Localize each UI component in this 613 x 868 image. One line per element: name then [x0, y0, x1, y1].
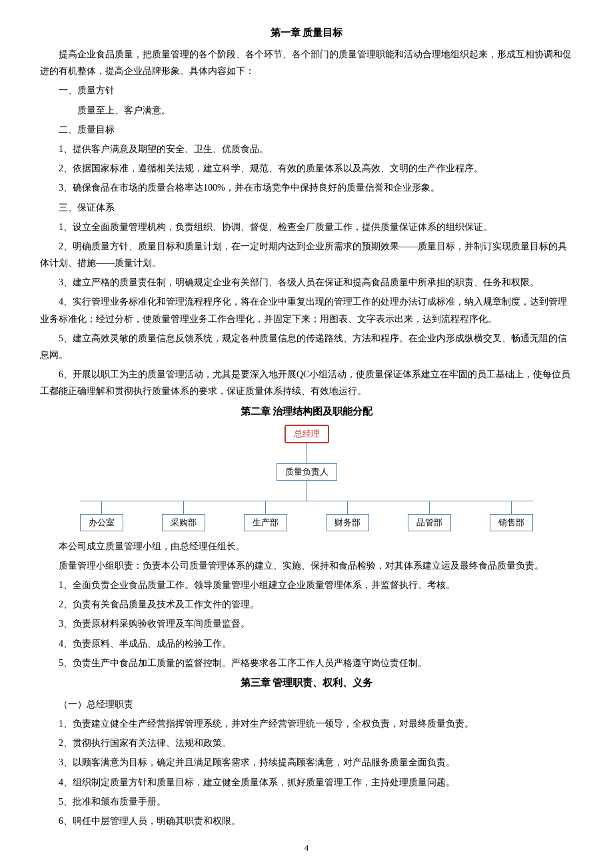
chapter3-item-5: 6、聘任中层管理人员，明确其职责和权限。	[40, 813, 573, 829]
org-root-node: 总经理	[285, 425, 329, 443]
org-mid-node: 质量负责人	[277, 463, 337, 481]
section2-title: 二、质量目标	[40, 121, 573, 138]
chapter3-item-0: 1、负责建立健全生产经营指挥管理系统，并对生产经营管理统一领导，全权负责，对最终…	[40, 715, 573, 732]
section2-item-2: 3、确保食品在市场的质量合格率达100%，并在市场竞争中保持良好的质量信誉和企业…	[40, 179, 573, 196]
section2-item-0: 1、提供客户满意及期望的安全、卫生、优质食品。	[40, 141, 573, 157]
org-leaves-container: 办公室 采购部 生产部 财务部 品管部	[80, 501, 533, 531]
chapter2-item-0: 1、全面负责企业食品质量工作。领导质量管理小组建立企业质量管理体系，并监督执行、…	[40, 577, 573, 593]
section1-content: 质量至上、客户满意。	[40, 102, 573, 119]
connector-root-mid	[306, 443, 307, 463]
org-leaf-4: 品管部	[408, 514, 451, 531]
v-conn-5	[511, 501, 512, 514]
chapter3-item-3: 4、组织制定质量方针和质量目标，建立健全质量体系，抓好质量管理工作，主持处理质量…	[40, 774, 573, 791]
section3-title: 三、保证体系	[40, 199, 573, 216]
chapter1-intro: 提高企业食品质量，把质量管理的各个阶段、各个环节、各个部门的质量管理职能和活动合…	[40, 46, 573, 79]
section3-item-4: 5、建立高效灵敏的质量信息反馈系统，规定各种质量信息的传递路线、方法和程序。在企…	[40, 330, 573, 363]
h-bar	[80, 501, 533, 501]
chapter3-title: 第三章 管理职责、权利、义务	[40, 677, 573, 689]
v-conn-2	[265, 501, 266, 514]
section3-item-1: 2、明确质量方针、质量目标和质量计划，在一定时期内达到企业所需求的预期效果——质…	[40, 238, 573, 271]
org-leaf-2: 生产部	[244, 514, 287, 531]
chapter2-para2: 质量管理小组职责：负责本公司质量管理体系的建立、实施、保持和食品检验，对其体系建…	[40, 557, 573, 574]
chapter2-title: 第二章 治理结构图及职能分配	[40, 405, 573, 418]
section2-item-1: 2、依据国家标准，遵循相关法规，建立科学、规范、有效的质量体系以及高效、文明的生…	[40, 160, 573, 177]
chapter3-item-4: 5、批准和颁布质量手册。	[40, 793, 573, 810]
v-conn-3	[347, 501, 348, 514]
leaf-row: 办公室 采购部 生产部 财务部 品管部	[80, 501, 533, 531]
v-conn-0	[101, 501, 102, 514]
section3-item-3: 4、实行管理业务标准化和管理流程程序化，将在企业中重复出现的管理工作的处理办法订…	[40, 293, 573, 327]
leaf-col-5: 销售部	[490, 501, 533, 531]
chapter2-item-4: 5、负责生产中食品加工质量的监督控制。严格要求各工序工作人员严格遵守岗位责任制。	[40, 655, 573, 671]
chapter2-para1: 本公司成立质量管理小组，由总经理任组长。	[40, 538, 573, 555]
chapter1-title: 第一章 质量目标	[40, 27, 573, 39]
v-conn-1	[183, 501, 184, 514]
leaf-col-0: 办公室	[80, 501, 123, 531]
org-leaf-5: 销售部	[490, 514, 533, 531]
leaf-col-1: 采购部	[162, 501, 205, 531]
org-leaf-0: 办公室	[80, 514, 123, 531]
chapter3-item-2: 3、以顾客满意为目标，确定并且满足顾客需求，持续提高顾客满意，对产品服务质量全面…	[40, 754, 573, 771]
connector-mid-leaves	[306, 481, 307, 501]
leaf-col-2: 生产部	[244, 501, 287, 531]
page-number: 4	[40, 843, 573, 853]
org-leaf-3: 财务部	[326, 514, 369, 531]
chapter3-item-1: 2、贯彻执行国家有关法律、法规和政策。	[40, 735, 573, 751]
leaf-col-4: 品管部	[408, 501, 451, 531]
section3-item-0: 1、设立全面质量管理机构，负责组织、协调、督促、检查全厂质量工作，提供质量保证体…	[40, 219, 573, 235]
section3-item-2: 3、建立严格的质量责任制，明确规定企业有关部门、各级人员在保证和提高食品质量中所…	[40, 274, 573, 291]
org-chart: 总经理 质量负责人 办公室 采购部	[40, 425, 573, 531]
section3-item-5: 6、开展以职工为主的质量管理活动，尤其是要深入地开展QC小组活动，使质量保证体系…	[40, 366, 573, 399]
leaf-col-3: 财务部	[326, 501, 369, 531]
document-page: 第一章 质量目标 提高企业食品质量，把质量管理的各个阶段、各个环节、各个部门的质…	[40, 27, 573, 853]
chapter2-item-3: 4、负责原料、半成品、成品的检验工作。	[40, 635, 573, 652]
org-leaf-1: 采购部	[162, 514, 205, 531]
chapter3-section1-title: （一）总经理职责	[40, 696, 573, 713]
v-conn-4	[429, 501, 430, 514]
chapter2-item-1: 2、负责有关食品质量及技术及工作文件的管理。	[40, 596, 573, 613]
section1-title: 一、质量方针	[40, 82, 573, 99]
chapter2-item-2: 3、负责原材料采购验收管理及车间质量监督。	[40, 615, 573, 632]
